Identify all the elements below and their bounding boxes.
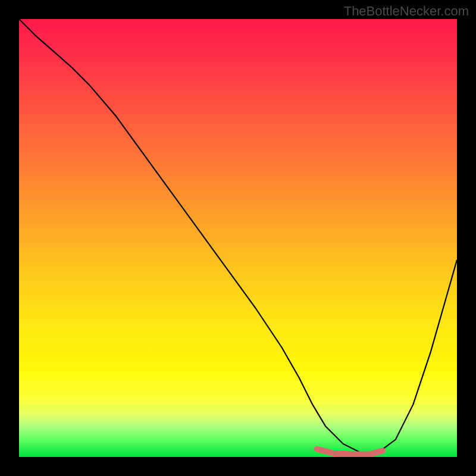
chart-plot-area: [19, 19, 457, 457]
optimal-zone-marker: [317, 449, 382, 455]
chart-svg: [19, 19, 457, 457]
bottleneck-curve-line: [19, 19, 457, 453]
watermark-text: TheBottleNecker.com: [344, 4, 469, 19]
